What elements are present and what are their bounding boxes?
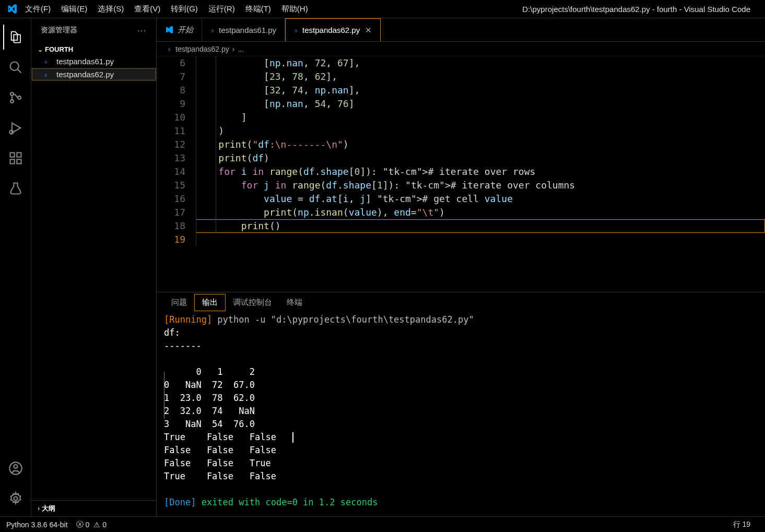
editor-area: 开始 ⬨ testpandas61.py ⬨ testpandas62.py ✕… — [157, 18, 765, 516]
menu-run[interactable]: 运行(R) — [203, 2, 240, 16]
panel-tab-terminal[interactable]: 终端 — [279, 294, 310, 311]
code-body[interactable]: [np.nan, 72, 67], [23, 78, 62], [32, 74,… — [196, 56, 765, 292]
tab-bar: 开始 ⬨ testpandas61.py ⬨ testpandas62.py ✕ — [157, 18, 765, 42]
chevron-right-icon: › — [38, 505, 40, 512]
source-control-icon[interactable] — [3, 85, 28, 110]
breadcrumb-file: testpandas62.py — [175, 45, 229, 53]
output-body[interactable]: [Running] python -u "d:\pyprojects\fourt… — [157, 312, 765, 516]
folder-name: FOURTH — [45, 45, 73, 53]
line-gutter: 678910111213141516171819 — [157, 56, 196, 292]
chevron-down-icon: ⌄ — [38, 46, 43, 53]
outline-header[interactable]: › 大纲 — [31, 500, 156, 516]
sidebar-header: 资源管理器 ··· — [31, 18, 156, 42]
explorer-sidebar: 资源管理器 ··· ⌄ FOURTH ⬨ testpandas61.py ⬨ t… — [31, 18, 157, 516]
tab-start[interactable]: 开始 — [157, 18, 202, 41]
vscode-logo-icon — [165, 26, 173, 34]
python-file-icon: ⬨ — [294, 26, 298, 34]
menu-terminal[interactable]: 终端(T) — [240, 2, 276, 16]
python-file-icon: ⬨ — [167, 45, 171, 53]
code-editor[interactable]: 678910111213141516171819 [np.nan, 72, 67… — [157, 56, 765, 292]
settings-gear-icon[interactable] — [3, 486, 28, 511]
tab-testpandas61[interactable]: ⬨ testpandas61.py — [202, 18, 285, 41]
extensions-icon[interactable] — [3, 146, 28, 171]
python-file-icon: ⬨ — [44, 70, 53, 78]
menu-file[interactable]: 文件(F) — [20, 2, 56, 16]
close-icon[interactable]: ✕ — [365, 26, 372, 35]
breadcrumb[interactable]: ⬨ testpandas62.py › ... — [157, 42, 765, 56]
breadcrumb-rest: ... — [238, 45, 244, 53]
titlebar: 文件(F) 编辑(E) 选择(S) 查看(V) 转到(G) 运行(R) 终端(T… — [0, 0, 765, 18]
tab-label: testpandas61.py — [219, 26, 276, 34]
folder-header[interactable]: ⌄ FOURTH — [31, 44, 156, 55]
menu-view[interactable]: 查看(V) — [129, 2, 166, 16]
menu-edit[interactable]: 编辑(E) — [56, 2, 92, 16]
run-debug-icon[interactable] — [3, 115, 28, 140]
panel-tab-problems[interactable]: 问题 — [164, 294, 194, 311]
activity-bar — [0, 18, 31, 516]
svg-point-3 — [10, 100, 14, 103]
accounts-icon[interactable] — [3, 456, 28, 481]
error-icon: ⓧ — [76, 520, 84, 529]
file-label: testpandas61.py — [56, 57, 114, 66]
main-menu: 文件(F) 编辑(E) 选择(S) 查看(V) 转到(G) 运行(R) 终端(T… — [20, 2, 313, 16]
svg-point-2 — [10, 92, 14, 96]
svg-rect-8 — [10, 159, 14, 163]
python-file-icon: ⬨ — [210, 26, 215, 34]
panel-tab-bar: 问题 输出 调试控制台 终端 — [157, 292, 765, 312]
python-file-icon: ⬨ — [44, 57, 53, 65]
panel-tab-debug-console[interactable]: 调试控制台 — [226, 294, 279, 311]
svg-point-0 — [10, 62, 18, 70]
status-line-col[interactable]: 行 19 — [733, 520, 750, 529]
svg-line-1 — [17, 69, 21, 73]
tab-label: testpandas62.py — [302, 26, 360, 34]
bottom-panel: 问题 输出 调试控制台 终端 [Running] python -u "d:\p… — [157, 292, 765, 516]
menu-selection[interactable]: 选择(S) — [92, 2, 129, 16]
svg-point-4 — [18, 96, 21, 99]
file-item-testpandas62[interactable]: ⬨ testpandas62.py — [31, 68, 156, 81]
file-item-testpandas61[interactable]: ⬨ testpandas61.py — [31, 55, 156, 68]
warning-icon: ⚠ — [93, 521, 100, 529]
more-icon[interactable]: ··· — [137, 26, 147, 34]
panel-tab-output[interactable]: 输出 — [194, 294, 226, 311]
search-icon[interactable] — [3, 55, 28, 80]
svg-rect-9 — [17, 159, 21, 163]
svg-rect-7 — [10, 153, 14, 157]
main-container: 资源管理器 ··· ⌄ FOURTH ⬨ testpandas61.py ⬨ t… — [0, 18, 765, 516]
status-python[interactable]: Python 3.8.6 64-bit — [6, 521, 68, 529]
svg-point-12 — [14, 465, 17, 468]
testing-icon[interactable] — [3, 176, 28, 201]
sidebar-title: 资源管理器 — [41, 26, 77, 35]
status-bar: Python 3.8.6 64-bit ⓧ 0 ⚠ 0 行 19 — [0, 516, 765, 532]
status-errors[interactable]: ⓧ 0 ⚠ 0 — [76, 520, 107, 529]
menu-go[interactable]: 转到(G) — [166, 2, 203, 16]
svg-rect-10 — [17, 153, 21, 157]
outline-label: 大纲 — [42, 504, 55, 513]
window-title: D:\pyprojects\fourth\testpandas62.py - f… — [313, 5, 761, 14]
tab-testpandas62[interactable]: ⬨ testpandas62.py ✕ — [285, 18, 381, 41]
vscode-logo-icon — [4, 4, 20, 14]
svg-point-13 — [14, 497, 17, 501]
tab-label: 开始 — [178, 25, 193, 35]
explorer-icon[interactable] — [3, 25, 28, 50]
menu-help[interactable]: 帮助(H) — [276, 2, 313, 16]
file-label: testpandas62.py — [56, 70, 114, 79]
